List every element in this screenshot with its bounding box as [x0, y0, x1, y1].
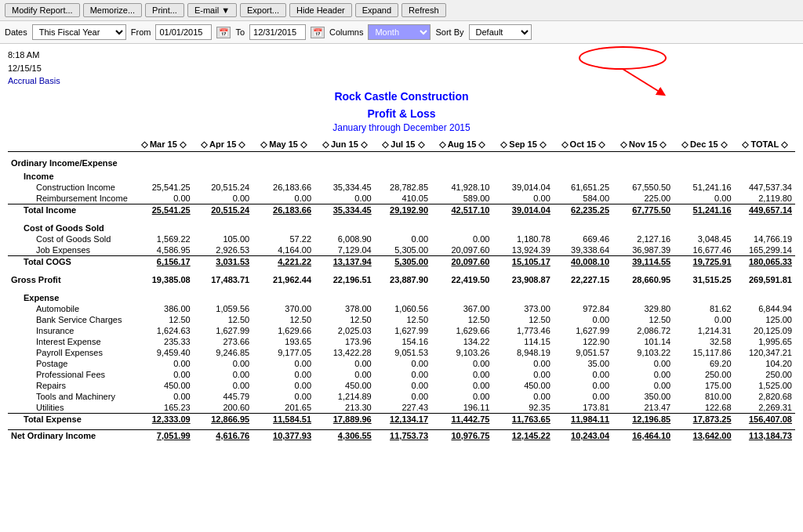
row-value: 6,008.90 [314, 233, 375, 244]
row-value: 9,177.05 [253, 347, 314, 358]
row-value: 122.90 [554, 336, 612, 347]
row-value: 16,677.46 [674, 244, 734, 256]
report-title: Profit & Loss [8, 105, 795, 122]
row-value: 0.00 [431, 391, 492, 402]
row-value: 21,962.44 [253, 272, 314, 285]
row-value: 1,180.78 [492, 233, 553, 244]
row-value: 120,347.21 [735, 347, 795, 358]
row-label: Reimbursement Income [8, 193, 133, 204]
row-value: 5,305.00 [375, 256, 431, 268]
columns-select[interactable]: Month [368, 24, 431, 40]
row-value: 51,241.16 [674, 182, 734, 193]
row-value: 0.00 [612, 369, 674, 380]
col-header-total: ◇ TOTAL ◇ [735, 138, 795, 152]
from-calendar-icon[interactable]: 📅 [216, 27, 231, 38]
row-value: 0.00 [194, 369, 253, 380]
row-value: 669.46 [554, 233, 612, 244]
hide-header-button[interactable]: Hide Header [289, 3, 352, 17]
row-value: 173.96 [314, 336, 375, 347]
row-value: 29,192.90 [375, 204, 431, 216]
row-value: 13,137.94 [314, 256, 375, 268]
col-header-jul15: ◇ Jul 15 ◇ [375, 138, 431, 152]
row-value: 28,660.95 [612, 272, 674, 285]
svg-point-0 [580, 47, 666, 69]
memorize-button[interactable]: Memorize... [83, 3, 142, 17]
report-period: January through December 2015 [8, 122, 795, 133]
print-button[interactable]: Print... [145, 3, 184, 17]
col-header-apr15: ◇ Apr 15 ◇ [194, 138, 253, 152]
table-row: Total Expense12,333.0912,866.9511,584.51… [8, 414, 795, 425]
row-label: Insurance [8, 325, 133, 336]
row-label: Total COGS [8, 256, 133, 268]
row-value: 1,624.63 [133, 325, 194, 336]
dates-label: Dates [5, 27, 27, 37]
row-value: 0.00 [375, 358, 431, 369]
row-value: 370.00 [253, 303, 314, 314]
table-header-row: ◇ Mar 15 ◇ ◇ Apr 15 ◇ ◇ May 15 ◇ ◇ Jun 1… [8, 138, 795, 152]
row-value: 200.60 [194, 402, 253, 414]
row-value: 0.00 [375, 391, 431, 402]
filterbar: Dates This Fiscal Year From 📅 To 📅 Colum… [0, 21, 803, 44]
row-value: 9,103.22 [612, 347, 674, 358]
to-calendar-icon[interactable]: 📅 [311, 27, 325, 38]
row-value: 0.00 [253, 380, 314, 391]
to-date-input[interactable] [249, 24, 306, 40]
row-value: 23,887.90 [375, 272, 431, 285]
row-value: 165,299.14 [735, 244, 795, 256]
row-value: 329.80 [612, 303, 674, 314]
row-value: 1,627.99 [375, 325, 431, 336]
row-value: 273.66 [194, 336, 253, 347]
row-value: 1,995.65 [735, 336, 795, 347]
table-row: Automobile386.001,059.56370.00378.001,06… [8, 303, 795, 314]
row-value: 0.00 [554, 391, 612, 402]
row-value: 225.00 [612, 193, 674, 204]
row-value: 12.50 [612, 314, 674, 325]
row-label: Construction Income [8, 182, 133, 193]
dates-select[interactable]: This Fiscal Year [32, 24, 126, 40]
row-value: 9,051.57 [554, 347, 612, 358]
row-value: 4,586.95 [133, 244, 194, 256]
refresh-button[interactable]: Refresh [402, 3, 446, 17]
row-value: 0.00 [253, 193, 314, 204]
table-row: Total Income25,541.2520,515.2426,183.663… [8, 204, 795, 216]
row-value: 23,908.87 [492, 272, 553, 285]
email-button[interactable]: E-mail ▼ [187, 3, 237, 17]
row-value: 0.00 [375, 233, 431, 244]
row-value: 14,766.19 [735, 233, 795, 244]
report: 8:18 AM 12/15/15 Accrual Basis Rock Cast… [0, 44, 803, 446]
row-value: 35.00 [554, 358, 612, 369]
row-value: 410.05 [375, 193, 431, 204]
row-value: 122.68 [674, 402, 734, 414]
export-button[interactable]: Export... [240, 3, 286, 17]
row-label: Automobile [8, 303, 133, 314]
modify-report-button[interactable]: Modify Report... [5, 3, 80, 17]
row-value: 213.47 [612, 402, 674, 414]
sortby-select[interactable]: Default [469, 24, 532, 40]
row-value: 193.65 [253, 336, 314, 347]
from-date-input[interactable] [155, 24, 212, 40]
row-value: 6,844.94 [735, 303, 795, 314]
row-value: 450.00 [492, 380, 553, 391]
row-value: 13,422.28 [314, 347, 375, 358]
row-value: 62,235.25 [554, 204, 612, 216]
row-value: 39,014.04 [492, 204, 553, 216]
row-value: 154.16 [375, 336, 431, 347]
row-value: 0.00 [431, 233, 492, 244]
row-value: 32.58 [674, 336, 734, 347]
expand-button[interactable]: Expand [355, 3, 398, 17]
row-value: 25,541.25 [133, 204, 194, 216]
row-value: 0.00 [194, 358, 253, 369]
report-table: ◇ Mar 15 ◇ ◇ Apr 15 ◇ ◇ May 15 ◇ ◇ Jun 1… [8, 138, 795, 441]
row-value: 67,775.50 [612, 204, 674, 216]
row-value: 0.00 [674, 314, 734, 325]
table-row: Total COGS6,156.173,031.534,221.2213,137… [8, 256, 795, 268]
row-value: 0.00 [674, 193, 734, 204]
row-value: 0.00 [612, 380, 674, 391]
table-row: Ordinary Income/Expense [8, 152, 795, 169]
row-value: 584.00 [554, 193, 612, 204]
row-value: 201.65 [253, 402, 314, 414]
row-value: 2,820.68 [735, 391, 795, 402]
row-value: 20,097.60 [431, 244, 492, 256]
row-value: 0.00 [133, 369, 194, 380]
table-row: Interest Expense235.33273.66193.65173.96… [8, 336, 795, 347]
